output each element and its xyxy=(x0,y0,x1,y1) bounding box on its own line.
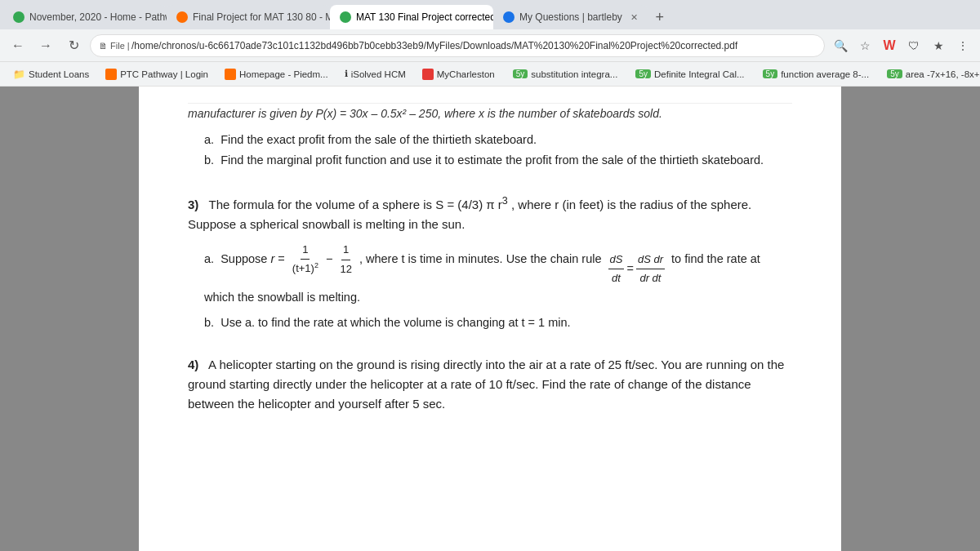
profile-icon[interactable]: ★ xyxy=(928,35,949,56)
extension-w-icon[interactable]: W xyxy=(879,35,900,56)
file-label: 🗎 File | xyxy=(99,41,130,51)
problem-4-text: A helicopter starting on the ground is r… xyxy=(188,358,784,411)
fraction-2-denominator: 12 xyxy=(338,260,353,278)
bookmark-area-label: area -7x+16, -8x+3,... xyxy=(906,69,980,79)
problem-4: 4) A helicopter starting on the ground i… xyxy=(188,355,792,414)
extension-check-icon[interactable]: 🛡 xyxy=(903,35,924,56)
problem-3-header: 3) The formula for the volume of a spher… xyxy=(188,193,792,234)
ds-dr-top: dS dr xyxy=(636,251,665,269)
problem-2a: a. Find the exact profit from the sale o… xyxy=(204,130,792,150)
bookmark-homepage-label: Homepage - Piedm... xyxy=(239,69,328,79)
tab-final-project[interactable]: Final Project for MAT 130 80 - M ✕ xyxy=(167,5,330,29)
problem-2a-text: Find the exact profit from the sale of t… xyxy=(220,133,537,146)
bookmark-function-avg[interactable]: 5y function average 8-... xyxy=(755,68,876,81)
problem-4-header: 4) A helicopter starting on the ground i… xyxy=(188,355,792,414)
tab-mat130[interactable]: MAT 130 Final Project corrected ✕ xyxy=(330,5,493,29)
star-icon[interactable]: ☆ xyxy=(854,35,875,56)
tab-icon-2 xyxy=(176,11,188,23)
bookmark-ptc[interactable]: PTC Pathway | Login xyxy=(99,67,215,82)
bookmark-function-badge: 5y xyxy=(763,69,778,78)
page-content: manufacturer is given by P(x) = 30x – 0.… xyxy=(0,87,980,551)
fraction-2-numerator: 1 xyxy=(341,241,350,260)
pdf-page: manufacturer is given by P(x) = 30x – 0.… xyxy=(139,87,841,551)
toolbar-icons: 🔍 ☆ W 🛡 ★ ⋮ xyxy=(830,35,973,56)
bookmark-mycharleston-icon xyxy=(422,69,434,80)
tab-label-1: November, 2020 - Home - Pathw xyxy=(29,11,167,23)
problem-2b: b. Find the marginal profit function and… xyxy=(204,150,792,171)
bookmark-definite-badge: 5y xyxy=(635,69,651,78)
fraction-1: 1 (t+1)2 xyxy=(291,241,320,278)
bookmark-ptc-icon xyxy=(105,69,117,80)
tab-label-2: Final Project for MAT 130 80 - M xyxy=(193,11,330,23)
tab-close-4[interactable]: ✕ xyxy=(630,12,638,23)
bookmark-mycharleston-label: MyCharleston xyxy=(437,69,495,79)
new-tab-button[interactable]: + xyxy=(648,5,672,29)
address-bar: ← → ↻ 🗎 File | /home/chronos/u-6c66170ad… xyxy=(0,29,980,62)
problem-3-intro: The formula for the volume of a sphere i… xyxy=(188,198,751,231)
problem-3: 3) The formula for the volume of a spher… xyxy=(188,193,792,332)
ds-dt-top: dS xyxy=(608,251,625,269)
ds-dr-fraction: dS dr dr dt xyxy=(636,251,665,287)
tab-label-3: MAT 130 Final Project corrected xyxy=(356,11,493,23)
tab-icon-4 xyxy=(503,11,514,23)
bookmark-student-loans-label: Student Loans xyxy=(29,69,89,79)
problem-2-parts: a. Find the exact profit from the sale o… xyxy=(188,130,792,170)
problem-3a-text: where t is time in minutes. Use the chai… xyxy=(366,252,602,265)
fraction-1-numerator: 1 xyxy=(301,241,310,260)
pdf-viewer: manufacturer is given by P(x) = 30x – 0.… xyxy=(0,87,980,551)
equals-sign: = xyxy=(626,259,633,279)
refresh-button[interactable]: ↻ xyxy=(62,34,85,57)
problem-3b-text: Use a. to find the rate at which the vol… xyxy=(220,316,570,329)
ds-dt-bottom: dt xyxy=(610,269,622,287)
bookmark-mycharleston[interactable]: MyCharleston xyxy=(416,67,501,82)
bookmark-isolved-label: iSolved HCM xyxy=(351,69,406,79)
bookmark-area[interactable]: 5y area -7x+16, -8x+3,... xyxy=(879,68,980,81)
chain-rule-formula: dS dt = dS dr dr dt xyxy=(608,251,665,287)
bookmark-folder-icon: 📁 xyxy=(13,69,25,80)
fraction-1-denominator: (t+1)2 xyxy=(291,260,320,278)
bookmark-student-loans[interactable]: 📁 Student Loans xyxy=(7,67,96,82)
problem-3b: b. Use a. to find the rate at which the … xyxy=(204,313,792,333)
bookmark-ptc-label: PTC Pathway | Login xyxy=(120,69,208,79)
tab-icon-1 xyxy=(13,11,24,23)
bookmark-function-label: function average 8-... xyxy=(781,69,869,79)
bookmark-definite-label: Definite Integral Cal... xyxy=(654,69,745,79)
problem-3-number: 3) xyxy=(188,198,198,211)
problem-3a: a. Suppose r = 1 (t+1)2 − 1 12 , where t… xyxy=(204,241,792,307)
bookmarks-bar: 📁 Student Loans PTC Pathway | Login Home… xyxy=(0,62,980,87)
tab-bartleby[interactable]: My Questions | bartleby ✕ xyxy=(493,5,648,29)
url-text: /home/chronos/u-6c66170ade73c101c1132bd4… xyxy=(131,40,737,51)
fraction-2: 1 12 xyxy=(338,241,353,278)
forward-button[interactable]: → xyxy=(34,34,57,57)
tab-november[interactable]: November, 2020 - Home - Pathw ✕ xyxy=(3,5,167,29)
problem-3-parts: a. Suppose r = 1 (t+1)2 − 1 12 , where t… xyxy=(188,241,792,332)
menu-icon[interactable]: ⋮ xyxy=(952,35,973,56)
ds-dt-fraction: dS dt xyxy=(608,251,625,287)
browser-frame: November, 2020 - Home - Pathw ✕ Final Pr… xyxy=(0,0,980,551)
tab-bar: November, 2020 - Home - Pathw ✕ Final Pr… xyxy=(0,0,980,29)
bookmark-substitution[interactable]: 5y substitution integra... xyxy=(505,68,625,81)
bookmark-area-badge: 5y xyxy=(887,69,902,78)
bookmark-isolved[interactable]: ℹ iSolved HCM xyxy=(338,67,412,81)
problem-2: a. Find the exact profit from the sale o… xyxy=(188,130,792,170)
problem-4-number: 4) xyxy=(188,358,198,371)
tab-icon-3 xyxy=(340,11,351,23)
search-icon[interactable]: 🔍 xyxy=(830,35,851,56)
tab-label-4: My Questions | bartleby xyxy=(519,11,622,23)
address-bar-input[interactable]: 🗎 File | /home/chronos/u-6c66170ade73c10… xyxy=(90,34,825,57)
back-button[interactable]: ← xyxy=(7,34,29,57)
bookmark-isolved-icon: ℹ xyxy=(345,69,348,79)
bookmark-homepage-icon xyxy=(225,69,236,80)
cutoff-line: manufacturer is given by P(x) = 30x – 0.… xyxy=(188,103,792,120)
problem-2b-text: Find the marginal profit function and us… xyxy=(220,153,764,167)
bookmark-homepage[interactable]: Homepage - Piedm... xyxy=(218,67,335,82)
bookmark-substitution-badge: 5y xyxy=(513,69,528,78)
bookmark-substitution-label: substitution integra... xyxy=(531,69,617,79)
ds-dr-bottom: dr dt xyxy=(638,269,662,287)
bookmark-definite[interactable]: 5y Definite Integral Cal... xyxy=(627,68,751,81)
